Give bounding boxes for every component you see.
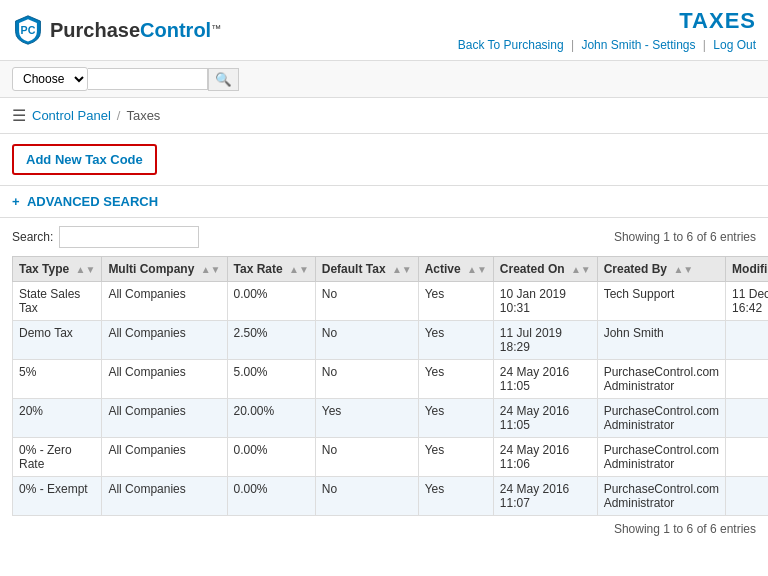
col-header-multi-company[interactable]: Multi Company ▲▼ [102,257,227,282]
table-section: Search: Showing 1 to 6 of 6 entries Tax … [0,218,768,550]
table-row[interactable]: 0% - Zero RateAll Companies0.00%NoYes24 … [13,438,769,477]
cell-active: Yes [418,321,493,360]
cell-tax_rate: 0.00% [227,438,315,477]
shield-icon: PC [12,14,44,46]
logo-tm: ™ [211,23,221,34]
cell-created_on: 24 May 2016 11:05 [493,399,597,438]
cell-created_by: John Smith [597,321,725,360]
logo-part2: Control [140,19,211,41]
back-to-purchasing-link[interactable]: Back To Purchasing [458,38,564,52]
cell-tax_type: 20% [13,399,102,438]
global-search-bar: Choose 🔍 [0,61,768,98]
col-header-tax-type[interactable]: Tax Type ▲▼ [13,257,102,282]
choose-dropdown[interactable]: Choose [12,67,88,91]
cell-created_on: 11 Jul 2019 18:29 [493,321,597,360]
cell-tax_rate: 0.00% [227,282,315,321]
cell-default_tax: Yes [315,399,418,438]
sort-icon-active: ▲▼ [467,266,487,274]
sort-icon-tax-type: ▲▼ [76,266,96,274]
sort-icon-default-tax: ▲▼ [392,266,412,274]
cell-tax_rate: 2.50% [227,321,315,360]
col-header-default-tax[interactable]: Default Tax ▲▼ [315,257,418,282]
cell-modified_on [726,399,768,438]
menu-icon[interactable]: ☰ [12,106,26,125]
cell-created_by: PurchaseControl.com Administrator [597,399,725,438]
showing-count-bottom: Showing 1 to 6 of 6 entries [12,516,756,542]
breadcrumb-control-panel[interactable]: Control Panel [32,108,111,123]
cell-created_on: 24 May 2016 11:05 [493,360,597,399]
table-search-input[interactable] [59,226,199,248]
table-controls: Search: Showing 1 to 6 of 6 entries [12,226,756,248]
action-bar: Add New Tax Code [0,134,768,186]
add-new-tax-code-button[interactable]: Add New Tax Code [12,144,157,175]
cell-created_by: PurchaseControl.com Administrator [597,360,725,399]
cell-created_on: 10 Jan 2019 10:31 [493,282,597,321]
logo-wordmark: PurchaseControl™ [50,19,221,42]
sort-icon-created-by: ▲▼ [673,266,693,274]
cell-multi_company: All Companies [102,477,227,516]
page-title: TAXES [679,8,756,34]
sort-icon-created-on: ▲▼ [571,266,591,274]
taxes-table: Tax Type ▲▼ Multi Company ▲▼ Tax Rate ▲▼… [12,256,768,516]
cell-multi_company: All Companies [102,399,227,438]
breadcrumb-current: Taxes [126,108,160,123]
advanced-search-prefix: + [12,194,20,209]
breadcrumb: ☰ Control Panel / Taxes [0,98,768,134]
col-header-created-on[interactable]: Created On ▲▼ [493,257,597,282]
showing-count-top: Showing 1 to 6 of 6 entries [614,230,756,244]
col-header-tax-rate[interactable]: Tax Rate ▲▼ [227,257,315,282]
cell-tax_rate: 5.00% [227,360,315,399]
search-label: Search: [12,230,53,244]
cell-created_on: 24 May 2016 11:06 [493,438,597,477]
cell-created_by: PurchaseControl.com Administrator [597,477,725,516]
cell-active: Yes [418,438,493,477]
cell-active: Yes [418,477,493,516]
cell-modified_on [726,438,768,477]
cell-tax_rate: 0.00% [227,477,315,516]
col-header-active[interactable]: Active ▲▼ [418,257,493,282]
search-icon: 🔍 [215,72,232,87]
cell-multi_company: All Companies [102,321,227,360]
cell-modified_on [726,321,768,360]
header-right: TAXES Back To Purchasing | John Smith - … [458,8,756,52]
table-search-area: Search: [12,226,199,248]
logo-part1: Purchase [50,19,140,41]
sort-icon-multi-company: ▲▼ [201,266,221,274]
svg-text:PC: PC [21,24,36,36]
table-row[interactable]: State Sales TaxAll Companies0.00%NoYes10… [13,282,769,321]
header-nav: Back To Purchasing | John Smith - Settin… [458,38,756,52]
table-row[interactable]: 5%All Companies5.00%NoYes24 May 2016 11:… [13,360,769,399]
nav-sep2: | [703,38,709,52]
cell-default_tax: No [315,438,418,477]
global-search-input[interactable] [88,68,208,90]
breadcrumb-separator: / [117,108,121,123]
table-row[interactable]: Demo TaxAll Companies2.50%NoYes11 Jul 20… [13,321,769,360]
cell-default_tax: No [315,321,418,360]
cell-active: Yes [418,282,493,321]
cell-modified_on [726,477,768,516]
cell-default_tax: No [315,477,418,516]
col-header-modified-on[interactable]: Modified On ▲▼ [726,257,768,282]
advanced-search-toggle[interactable]: + ADVANCED SEARCH [0,186,768,218]
cell-default_tax: No [315,360,418,399]
logo: PC PurchaseControl™ [12,14,221,46]
cell-tax_rate: 20.00% [227,399,315,438]
col-header-created-by[interactable]: Created By ▲▼ [597,257,725,282]
cell-created_by: PurchaseControl.com Administrator [597,438,725,477]
cell-tax_type: Demo Tax [13,321,102,360]
cell-created_on: 24 May 2016 11:07 [493,477,597,516]
logout-link[interactable]: Log Out [713,38,756,52]
cell-tax_type: State Sales Tax [13,282,102,321]
cell-tax_type: 0% - Exempt [13,477,102,516]
sort-icon-tax-rate: ▲▼ [289,266,309,274]
cell-tax_type: 0% - Zero Rate [13,438,102,477]
settings-link[interactable]: John Smith - Settings [581,38,695,52]
cell-modified_on [726,360,768,399]
advanced-search-label: ADVANCED SEARCH [27,194,158,209]
table-row[interactable]: 20%All Companies20.00%YesYes24 May 2016 … [13,399,769,438]
nav-sep1: | [571,38,577,52]
cell-active: Yes [418,360,493,399]
cell-created_by: Tech Support [597,282,725,321]
table-row[interactable]: 0% - ExemptAll Companies0.00%NoYes24 May… [13,477,769,516]
global-search-button[interactable]: 🔍 [208,68,239,91]
